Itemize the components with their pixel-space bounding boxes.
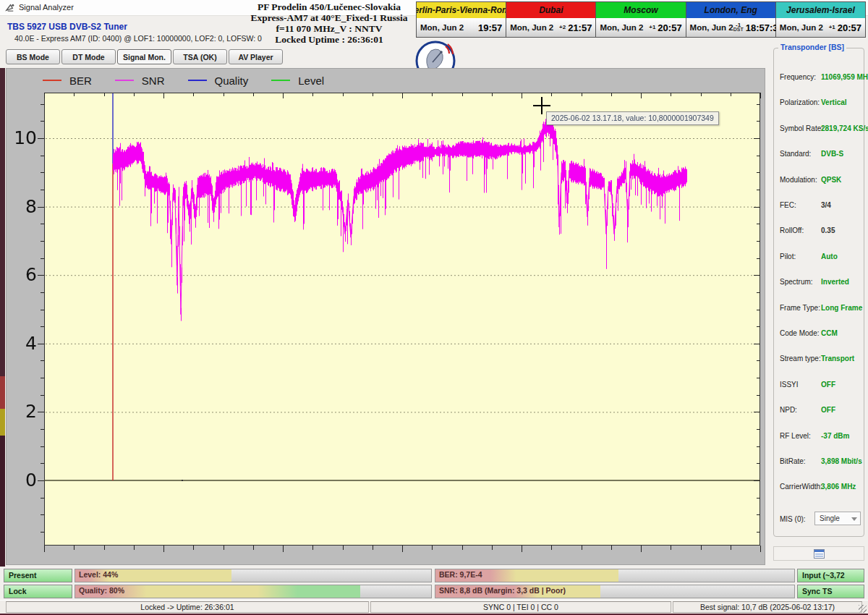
y-tick-label-4: 4 <box>8 333 37 355</box>
station-line-4: Locked Uptime : 26:36:01 <box>239 34 420 45</box>
clock-moscow: MoscowMon, Jun 2+120:57 <box>596 2 686 37</box>
transponder-field-npd-: NPD:OFF <box>780 406 859 416</box>
transponder-field-frequency-: Frequency:11069,959 MHz <box>780 73 859 83</box>
data-point-tooltip: 2025-06-02 13.17.18, value: 10,800000190… <box>546 111 719 125</box>
clock-time: 20:57 <box>838 22 861 33</box>
field-value: Auto <box>821 253 838 260</box>
tab-signal-mon-[interactable]: Signal Mon. <box>117 49 171 64</box>
field-value: Transport <box>821 355 854 362</box>
clock-time: 19:57 <box>478 22 502 33</box>
status-sync-counters: SYNC 0 | TEI 0 | CC 0 <box>370 601 671 613</box>
field-label: Spectrum: <box>780 278 813 288</box>
status-bar: Locked -> Uptime: 26:36:01 SYNC 0 | TEI … <box>0 600 868 614</box>
clock-city-label: Jerusalem-Israel <box>776 2 865 18</box>
resize-grip[interactable] <box>859 605 867 613</box>
transponder-field-symbol-rate-: Symbol Rate:2819,724 KS/s <box>780 124 859 135</box>
clock-jerusalem-israel: Jerusalem-IsraelMon, Jun 2+120:57 <box>776 2 865 37</box>
snr-plot-canvas[interactable] <box>7 69 766 566</box>
clock-city-label: London, Eng <box>686 2 775 18</box>
tab-bar: BS ModeDT ModeSignal Mon.TSA (OK)AV Play… <box>6 49 283 65</box>
clock-dubai: DubaiMon, Jun 2+221:57 <box>506 2 596 37</box>
field-label: ISSYI <box>780 381 799 391</box>
clock-london-eng: London, EngMon, Jun 2-1DST18:57:31 <box>686 2 776 37</box>
clock-date: Mon, Jun 2 <box>690 23 733 32</box>
field-value: 11069,959 MHz <box>821 73 868 81</box>
field-label: NPD: <box>780 406 797 416</box>
clock-utc-offset: +1 <box>649 25 658 30</box>
transponder-field-code-mode-: Code Mode:CCM <box>780 329 859 339</box>
quality-bar: Quality: 80% <box>75 585 432 598</box>
field-value: 0.35 <box>821 226 835 234</box>
field-value: 3/4 <box>821 201 831 209</box>
y-tick-label-10: 10 <box>8 127 37 149</box>
transponder-field-frame-type-: Frame Type:Long Frame <box>780 304 859 314</box>
field-label: Frequency: <box>780 73 816 83</box>
transponder-field-rf-level-: RF Level:-37 dBm <box>780 432 859 442</box>
field-label: Polarization: <box>780 98 820 109</box>
window-title: Signal Analyzer <box>19 3 74 12</box>
clock-utc-offset: +2 <box>559 25 568 30</box>
clock-city-label: Moscow <box>596 2 685 18</box>
clock-time-row: Mon, Jun 2-1DST18:57:31 <box>686 18 775 37</box>
field-value: OFF <box>821 381 835 389</box>
clock-time-row: Mon, Jun 2+120:57 <box>776 18 865 37</box>
tab-tsa-ok-[interactable]: TSA (OK) <box>173 49 227 64</box>
mis-dropdown[interactable]: Single <box>814 512 861 525</box>
field-value: Long Frame <box>821 304 862 312</box>
field-label: Pilot: <box>780 253 796 263</box>
clock-time: 21:57 <box>568 22 592 33</box>
clock-time-row: Mon, Jun 2+221:57 <box>506 18 595 37</box>
chevron-down-icon <box>851 517 857 521</box>
clock-berlin-paris-vienna-roma: Berlin-Paris-Vienna-RomaMon, Jun 219:57 <box>417 2 506 37</box>
bar-label: SNR: 8,8 dB (Margin: 3,3 dB | Poor) <box>439 586 566 595</box>
tuner-details: 40.0E - Express AM7 (ID: 0400) @ LOF1: 1… <box>14 34 262 43</box>
field-label: Frame Type: <box>780 304 820 314</box>
transponder-field-fec-: FEC:3/4 <box>780 201 859 211</box>
clock-city-label: Berlin-Paris-Vienna-Roma <box>417 2 506 18</box>
tab-av-player[interactable]: AV Player <box>229 49 283 64</box>
bar-label: BER: 9,7E-4 <box>439 570 482 579</box>
world-clocks: Berlin-Paris-Vienna-RomaMon, Jun 219:57D… <box>416 1 866 38</box>
export-button[interactable] <box>773 546 864 561</box>
transponder-field-carrierwidth-: CarrierWidth:3,806 MHz <box>780 483 859 493</box>
field-value: OFF <box>821 406 835 414</box>
field-value: CCM <box>821 329 838 337</box>
input-status-box: Input (~3,72 Mbps) <box>797 569 864 582</box>
field-value: 3,806 MHz <box>821 483 856 491</box>
mis-row: MIS (0):Single <box>780 512 861 526</box>
transponder-field-pilot-: Pilot:Auto <box>780 253 859 263</box>
clock-city-label: Dubai <box>506 2 595 18</box>
tab-dt-mode[interactable]: DT Mode <box>61 49 116 64</box>
field-value: 2819,724 KS/s <box>821 124 868 132</box>
clock-date: Mon, Jun 2 <box>780 23 823 32</box>
crosshair-cursor <box>533 105 550 106</box>
station-header: PF Prodelin 450/Lučenec-Slovakia Express… <box>239 1 420 45</box>
lock-status-box: Lock <box>4 585 72 598</box>
field-value: QPSK <box>821 176 841 184</box>
field-label: CarrierWidth: <box>780 483 822 493</box>
present-status-box: Present <box>4 569 72 582</box>
field-label: Code Mode: <box>780 329 819 339</box>
transponder-field-issyi: ISSYIOFF <box>780 381 859 391</box>
y-tick-label-0: 0 <box>8 470 37 491</box>
clock-utc-offset: -1DST <box>733 23 746 33</box>
signal-chart[interactable]: BERSNRQualityLevel 1086420 2025-06-02 13… <box>6 68 765 565</box>
y-tick-label-2: 2 <box>8 401 37 423</box>
bar-label: Level: 44% <box>79 570 118 579</box>
ber-bar: BER: 9,7E-4 <box>435 569 795 582</box>
field-label: RollOff: <box>780 226 804 237</box>
status-best-signal: Best signal: 10,7 dB (2025-06-02 13:17) <box>673 601 862 613</box>
transponder-field-polarization-: Polarization:Vertical <box>780 98 859 109</box>
field-value: -37 dBm <box>821 432 849 440</box>
station-line-2: Express-AM7 at 40°E_Fixed-1 Russia <box>239 12 420 23</box>
transponder-field-rolloff-: RollOff:0.35 <box>780 226 859 237</box>
transponder-field-standard-: Standard:DVB-S <box>780 150 859 160</box>
field-value: Inverted <box>821 278 849 286</box>
tab-bs-mode[interactable]: BS Mode <box>6 49 60 64</box>
transponder-field-modulation-: Modulation:QPSK <box>780 176 859 186</box>
transponder-field-bitrate-: BitRate:3,898 Mbit/s <box>780 457 859 467</box>
field-label: FEC: <box>780 201 796 211</box>
sync-ts-status-box: Sync TS <box>797 585 864 598</box>
y-tick-label-8: 8 <box>8 196 37 218</box>
field-label: Modulation: <box>780 176 817 186</box>
